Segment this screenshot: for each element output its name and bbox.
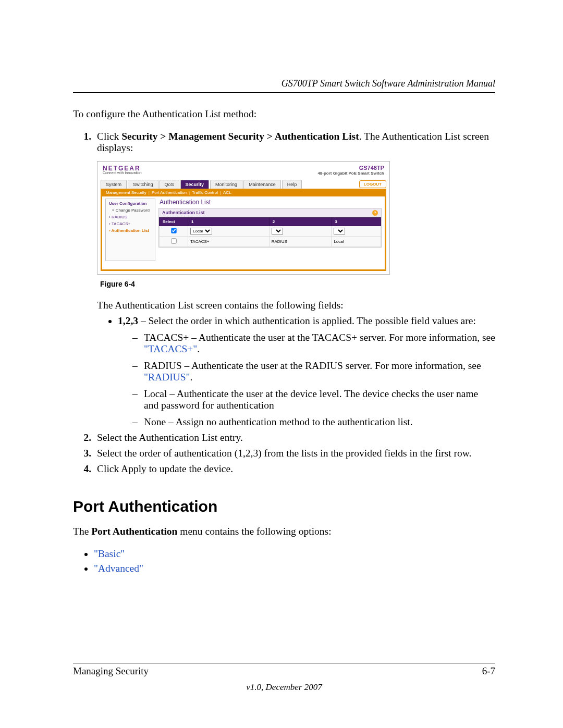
port-auth-bold: Port Authentication <box>91 526 177 537</box>
row2-select-checkbox[interactable] <box>171 238 176 243</box>
fields-intro: The Authentication List screen contains … <box>97 300 495 311</box>
dash-radius-text: RADIUS – Authenticate the user at the RA… <box>144 360 481 371</box>
step1-path: Security > Management Security > Authent… <box>121 131 359 142</box>
link-basic[interactable]: "Basic" <box>94 548 125 559</box>
bullet-123-label: 1,2,3 <box>118 315 138 326</box>
sidebar-auth-list[interactable]: › Authentication List <box>106 227 155 234</box>
port-auth-suffix: menu contains the following options: <box>177 526 331 537</box>
model-name: GS748TP <box>317 165 384 171</box>
panel-head-label: Authentication List <box>162 210 205 215</box>
sidebar-radius[interactable]: › RADIUS <box>106 214 155 220</box>
option-advanced: "Advanced" <box>94 563 495 574</box>
dash-tacacs-text: TACACS+ – Authenticate the user at the T… <box>144 332 495 343</box>
sidebar-tacacs-label: TACACS+ <box>112 221 131 226</box>
col-2: 2 <box>269 217 332 226</box>
sidebar-change-password-label: Change Password <box>116 208 150 213</box>
subnav-mgmt-sec[interactable]: Management Security <box>106 190 146 195</box>
sidebar: User Configuration » Change Password › R… <box>105 199 155 261</box>
sidebar-group: User Configuration <box>106 200 155 207</box>
step-4: Click Apply to update the device. <box>94 463 495 475</box>
header-rule <box>73 92 495 93</box>
footer-right: 6-7 <box>482 665 495 677</box>
step-1: Click Security > Management Security > A… <box>94 131 495 428</box>
row1-col1-select[interactable]: Local <box>190 228 212 235</box>
footer-left: Managing Security <box>73 665 149 677</box>
model-desc: 48-port Gigabit PoE Smart Switch <box>317 171 384 176</box>
tab-maintenance[interactable]: Maintenance <box>243 180 281 189</box>
tab-help[interactable]: Help <box>282 180 302 189</box>
brand-tagline: Connect with Innovation <box>103 171 142 175</box>
footer-rule <box>73 663 495 663</box>
row2-col1: TACACS+ <box>188 236 270 246</box>
option-basic: "Basic" <box>94 548 495 560</box>
table-row: TACACS+ RADIUS Local <box>160 236 381 246</box>
subnav-traffic[interactable]: Traffic Control <box>192 190 218 195</box>
row1-col2-select[interactable] <box>272 228 283 235</box>
intro-text: To configure the Authentication List met… <box>73 107 495 120</box>
dash-tacacs: TACACS+ – Authenticate the user at the T… <box>132 332 495 355</box>
link-radius[interactable]: "RADIUS" <box>144 372 190 382</box>
auth-list-screenshot: NETGEAR Connect with Innovation GS748TP … <box>97 161 390 275</box>
subnav: Management Security| Port Authentication… <box>101 189 386 196</box>
link-tacacs[interactable]: "TACACS+" <box>144 343 197 354</box>
panel-title: Authentication List <box>160 199 382 206</box>
link-advanced[interactable]: "Advanced" <box>94 563 143 574</box>
sidebar-tacacs[interactable]: › TACACS+ <box>106 220 155 227</box>
section-heading-port-auth: Port Authentication <box>73 498 495 515</box>
table-row: Local <box>160 226 381 236</box>
sidebar-change-password[interactable]: » Change Password <box>106 207 155 214</box>
bullet-123: 1,2,3 – Select the order in which authen… <box>118 315 495 428</box>
port-auth-prefix: The <box>73 526 91 537</box>
doc-header-title: GS700TP Smart Switch Software Administra… <box>73 78 495 89</box>
auth-list-table: Select 1 2 3 Local <box>159 217 381 247</box>
tab-system[interactable]: System <box>101 180 127 189</box>
col-select: Select <box>160 217 188 226</box>
subnav-port-auth[interactable]: Port Authentication <box>152 190 187 195</box>
main-tabs: System Switching QoS Security Monitoring… <box>101 180 386 189</box>
tab-monitoring[interactable]: Monitoring <box>210 180 242 189</box>
sidebar-auth-list-label: Authentication List <box>112 228 149 233</box>
help-icon[interactable]: ? <box>372 210 378 216</box>
row1-col3-select[interactable] <box>334 228 345 235</box>
tab-security[interactable]: Security <box>180 180 210 189</box>
dash-none: None – Assign no authentication method t… <box>132 416 495 428</box>
subnav-acl[interactable]: ACL <box>223 190 231 195</box>
tab-switching[interactable]: Switching <box>128 180 158 189</box>
dash-local: Local – Authenticate the user at the dev… <box>132 388 495 411</box>
col-1: 1 <box>188 217 270 226</box>
step1-prefix: Click <box>97 131 121 142</box>
sidebar-radius-label: RADIUS <box>112 215 127 219</box>
figure-caption: Figure 6-4 <box>100 280 495 288</box>
step-2: Select the Authentication List entry. <box>94 432 495 443</box>
row1-select-checkbox[interactable] <box>171 228 176 233</box>
row2-col2: RADIUS <box>269 236 332 246</box>
port-auth-intro: The Port Authentication menu contains th… <box>73 525 495 538</box>
col-3: 3 <box>332 217 381 226</box>
tab-qos[interactable]: QoS <box>160 180 179 189</box>
dash-radius: RADIUS – Authenticate the user at the RA… <box>132 360 495 383</box>
step-3: Select the order of authentication (1,2,… <box>94 448 495 459</box>
row2-col3: Local <box>332 236 381 246</box>
bullet-123-text: – Select the order in which authenticati… <box>138 315 476 326</box>
logout-button[interactable]: LOGOUT <box>359 180 386 188</box>
footer-version: v1.0, December 2007 <box>73 682 495 693</box>
